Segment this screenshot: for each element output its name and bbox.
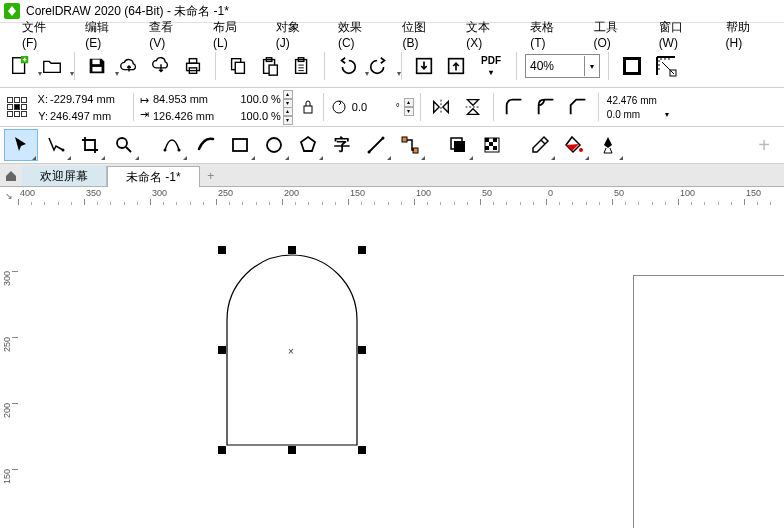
mirror-h-button[interactable] (427, 93, 455, 121)
print-button[interactable] (179, 52, 207, 80)
svg-rect-8 (235, 62, 244, 73)
drawing-canvas[interactable]: × (18, 205, 784, 528)
dimension-tool[interactable] (360, 130, 392, 160)
handle-top-right[interactable] (358, 246, 366, 254)
polygon-tool[interactable] (292, 130, 324, 160)
open-button[interactable]: ▾ (38, 52, 66, 80)
zoom-input[interactable] (526, 56, 584, 76)
redo-button[interactable]: ▾ (365, 52, 393, 80)
outline-offset-input[interactable] (605, 108, 663, 121)
cloud-open-button[interactable] (115, 52, 143, 80)
zoom-level[interactable]: ▾ (525, 54, 600, 78)
crop-tool[interactable] (74, 130, 106, 160)
publish-pdf-button[interactable]: PDF▾ (474, 52, 508, 80)
corner-chamfer-button[interactable] (564, 93, 592, 121)
rulers-button[interactable] (651, 51, 681, 81)
svg-rect-11 (269, 65, 277, 75)
width-input[interactable] (151, 91, 230, 107)
text-tool[interactable]: 字 (326, 130, 358, 160)
add-tab-button[interactable]: + (200, 166, 222, 186)
zoom-tool[interactable] (108, 130, 140, 160)
ruler-horizontal[interactable]: 40035030025020015010050050100150 (18, 187, 784, 206)
eyedropper-tool[interactable] (524, 130, 556, 160)
undo-button[interactable]: ▾ (333, 52, 361, 80)
home-tab[interactable] (0, 166, 22, 186)
pick-tool[interactable] (4, 129, 38, 161)
paste-button[interactable] (256, 52, 284, 80)
ruler-vertical[interactable]: 300250200150 (0, 205, 19, 528)
menu-edit[interactable]: 编辑(E) (71, 17, 135, 52)
transparency-tool[interactable] (476, 130, 508, 160)
menu-effects[interactable]: 效果(C) (324, 17, 389, 52)
position-origin-icon[interactable] (6, 94, 28, 120)
handle-middle-right[interactable] (358, 346, 366, 354)
tab-document[interactable]: 未命名 -1* (107, 166, 200, 187)
new-button[interactable]: ▾ (6, 52, 34, 80)
tab-welcome-label: 欢迎屏幕 (40, 168, 88, 185)
y-input[interactable] (48, 108, 127, 124)
scale-group: 100.0 %▴▾ 100.0 %▴▾ (236, 90, 293, 124)
menu-text[interactable]: 文本(X) (452, 17, 516, 52)
scale-h-spinner[interactable]: ▴▾ (283, 107, 293, 125)
lock-ratio-button[interactable] (299, 95, 317, 119)
handle-middle-left[interactable] (218, 346, 226, 354)
artistic-media-tool[interactable] (190, 130, 222, 160)
menu-file[interactable]: 文件(F) (8, 17, 71, 52)
rotation-spinner[interactable]: ▴▾ (404, 98, 414, 116)
svg-point-26 (267, 138, 281, 152)
x-label: X: (34, 93, 48, 105)
menu-help[interactable]: 帮助(H) (712, 17, 777, 52)
menu-window[interactable]: 窗口(W) (645, 17, 712, 52)
rotation-input[interactable] (350, 100, 394, 114)
svg-rect-35 (485, 138, 489, 142)
selected-shape[interactable]: × (222, 250, 362, 450)
corner-scallop-button[interactable] (532, 93, 560, 121)
menu-bitmap[interactable]: 位图(B) (388, 17, 452, 52)
rectangle-tool[interactable] (224, 130, 256, 160)
svg-rect-5 (189, 59, 196, 64)
handle-bottom-right[interactable] (358, 446, 366, 454)
handle-top-left[interactable] (218, 246, 226, 254)
height-input[interactable] (151, 108, 230, 124)
menu-layout[interactable]: 布局(L) (199, 17, 262, 52)
clipboard-button[interactable] (288, 52, 316, 80)
copy-button[interactable] (224, 52, 252, 80)
tab-welcome[interactable]: 欢迎屏幕 (22, 166, 107, 186)
svg-point-21 (62, 149, 65, 152)
mirror-v-button[interactable] (459, 93, 487, 121)
svg-rect-39 (493, 146, 497, 150)
corner-radius-input[interactable] (605, 94, 663, 107)
ellipse-tool[interactable] (258, 130, 290, 160)
save-button[interactable]: ▾ (83, 52, 111, 80)
fill-tool[interactable] (558, 130, 590, 160)
add-tool-button[interactable]: + (748, 130, 780, 160)
scale-w[interactable]: 100.0 (236, 93, 268, 105)
fullscreen-button[interactable] (617, 51, 647, 81)
drop-shadow-tool[interactable] (442, 130, 474, 160)
menu-table[interactable]: 表格(T) (516, 17, 579, 52)
rotation-icon (330, 98, 348, 116)
menu-tools[interactable]: 工具(O) (580, 17, 645, 52)
handle-bottom-left[interactable] (218, 446, 226, 454)
import-button[interactable] (410, 52, 438, 80)
freehand-tool[interactable] (156, 130, 188, 160)
ruler-corner[interactable]: ↘ (0, 187, 19, 206)
menu-object[interactable]: 对象(J) (262, 17, 324, 52)
svg-point-29 (382, 137, 385, 140)
corner-round-button[interactable] (500, 93, 528, 121)
zoom-dropdown[interactable]: ▾ (584, 56, 599, 76)
outline-pen-tool[interactable] (592, 130, 624, 160)
scale-w-spinner[interactable]: ▴▾ (283, 90, 293, 108)
width-icon: ↦ (140, 94, 149, 107)
page-boundary (633, 275, 784, 528)
connector-tool[interactable] (394, 130, 426, 160)
x-input[interactable] (48, 91, 127, 107)
handle-top-middle[interactable] (288, 246, 296, 254)
handle-bottom-middle[interactable] (288, 446, 296, 454)
scale-h[interactable]: 100.0 (236, 110, 268, 122)
export-button[interactable] (442, 52, 470, 80)
menu-view[interactable]: 查看(V) (135, 17, 199, 52)
center-marker-icon: × (288, 346, 294, 357)
shape-tool[interactable] (40, 130, 72, 160)
cloud-save-button[interactable] (147, 52, 175, 80)
